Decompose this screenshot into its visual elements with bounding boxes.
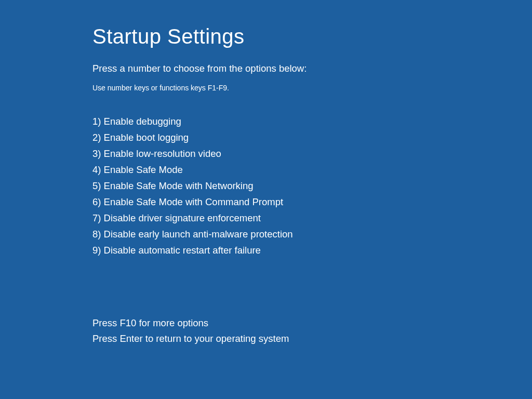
option-2-boot-logging[interactable]: 2) Enable boot logging xyxy=(92,130,532,145)
options-list: 1) Enable debugging 2) Enable boot loggi… xyxy=(92,114,532,258)
option-6-safe-mode-cmd[interactable]: 6) Enable Safe Mode with Command Prompt xyxy=(92,194,532,210)
footer: Press F10 for more options Press Enter t… xyxy=(92,315,532,347)
option-3-low-res-video[interactable]: 3) Enable low-resolution video xyxy=(92,146,532,162)
option-5-safe-mode-networking[interactable]: 5) Enable Safe Mode with Networking xyxy=(92,178,532,194)
option-7-disable-driver-sig[interactable]: 7) Disable driver signature enforcement xyxy=(92,210,532,226)
option-8-disable-antimalware[interactable]: 8) Disable early launch anti-malware pro… xyxy=(92,227,532,242)
startup-settings-screen: Startup Settings Press a number to choos… xyxy=(0,0,532,347)
page-title: Startup Settings xyxy=(92,25,532,48)
hint-text: Use number keys or functions keys F1-F9. xyxy=(92,84,532,92)
footer-return: Press Enter to return to your operating … xyxy=(92,331,532,347)
option-4-safe-mode[interactable]: 4) Enable Safe Mode xyxy=(92,162,532,178)
footer-more-options: Press F10 for more options xyxy=(92,315,532,331)
option-1-debugging[interactable]: 1) Enable debugging xyxy=(92,114,532,129)
instruction-text: Press a number to choose from the option… xyxy=(92,63,532,74)
option-9-disable-auto-restart[interactable]: 9) Disable automatic restart after failu… xyxy=(92,243,532,258)
